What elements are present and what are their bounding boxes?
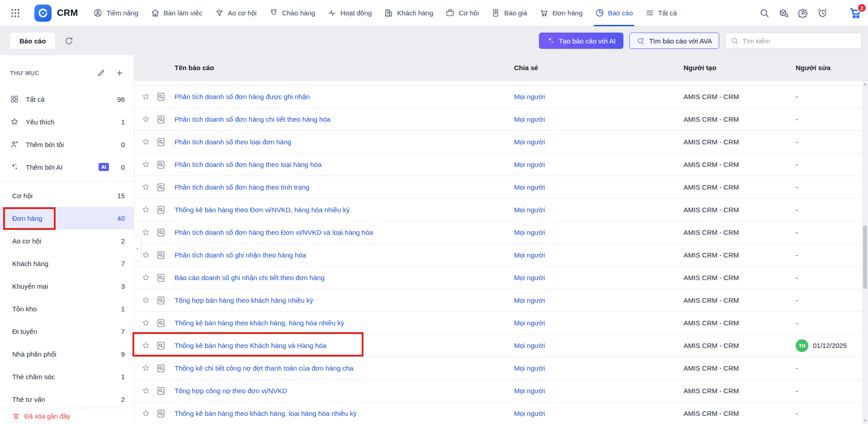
sidebar-item-yeu-thich[interactable]: Yêu thích1 bbox=[0, 110, 134, 133]
report-name-link[interactable]: Phân tích doanh số đơn hàng được ghi nhậ… bbox=[175, 86, 310, 108]
favorite-star-icon[interactable] bbox=[142, 183, 150, 191]
nav-item-ban-lam-viec[interactable]: Bàn làm việc bbox=[151, 0, 203, 26]
share-link[interactable]: Mọi người bbox=[514, 289, 545, 311]
nav-item-ao-co-hoi[interactable]: Ao cơ hội bbox=[215, 0, 257, 26]
nav-item-khach-hang[interactable]: Khách hàng bbox=[384, 0, 433, 26]
share-link[interactable]: Mọi người bbox=[514, 153, 545, 176]
report-name-link[interactable]: Thống kê bán hàng theo Khách hàng và Hàn… bbox=[175, 334, 326, 357]
preview-report-icon[interactable] bbox=[156, 386, 166, 396]
favorite-star-icon[interactable] bbox=[142, 92, 150, 101]
favorite-star-icon[interactable] bbox=[142, 205, 150, 214]
nav-item-don-hang[interactable]: Đơn hàng bbox=[539, 0, 583, 26]
create-report-ai-button[interactable]: Tạo báo cáo với AI bbox=[539, 33, 623, 49]
share-link[interactable]: Mọi người bbox=[514, 334, 545, 357]
report-name-link[interactable]: Phân tích doanh số đơn hàng theo tình tr… bbox=[175, 176, 309, 198]
nav-item-chao-hang[interactable]: Chào hàng bbox=[269, 0, 315, 26]
sidebar-folder-ton-kho[interactable]: Tồn kho1 bbox=[0, 297, 134, 320]
sidebar-item-them-boi-ai[interactable]: Thêm bởi AIAI0 bbox=[0, 156, 134, 178]
search-input[interactable] bbox=[742, 37, 856, 45]
nav-item-tiem-nang[interactable]: Tiềm năng bbox=[93, 0, 138, 26]
preview-report-icon[interactable] bbox=[156, 92, 166, 102]
share-link[interactable]: Mọi người bbox=[514, 312, 545, 334]
sidebar-item-them-boi-toi[interactable]: Thêm bởi tôi0 bbox=[0, 133, 134, 156]
preview-report-icon[interactable] bbox=[156, 228, 166, 238]
add-folder-icon[interactable] bbox=[115, 69, 124, 77]
app-launcher-icon[interactable] bbox=[10, 8, 21, 19]
preview-report-icon[interactable] bbox=[156, 363, 166, 373]
cube-search-icon[interactable] bbox=[778, 8, 789, 18]
preview-report-icon[interactable] bbox=[156, 160, 166, 170]
report-name-link[interactable]: Thống kê chi tiết công nợ đợt thanh toán… bbox=[175, 357, 354, 379]
favorite-star-icon[interactable] bbox=[142, 341, 150, 350]
share-link[interactable]: Mọi người bbox=[514, 176, 545, 198]
alarm-icon[interactable] bbox=[817, 8, 828, 18]
preview-report-icon[interactable] bbox=[156, 341, 166, 351]
favorite-star-icon[interactable] bbox=[142, 409, 150, 418]
preview-report-icon[interactable] bbox=[156, 409, 166, 419]
share-link[interactable]: Mọi người bbox=[514, 131, 545, 153]
crm-logo[interactable] bbox=[34, 5, 52, 22]
report-name-link[interactable]: Báo cáo doanh số ghi nhận chi tiết theo … bbox=[175, 267, 325, 289]
favorite-star-icon[interactable] bbox=[142, 364, 150, 372]
gear-icon[interactable] bbox=[798, 8, 808, 18]
favorite-star-icon[interactable] bbox=[142, 115, 150, 124]
preview-report-icon[interactable] bbox=[156, 295, 166, 305]
sidebar-folder-co-hoi[interactable]: Cơ hội15 bbox=[0, 184, 134, 207]
sidebar-folder-the-cham-soc[interactable]: Thẻ chăm sóc1 bbox=[0, 365, 134, 388]
share-link[interactable]: Mọi người bbox=[514, 402, 545, 424]
scroll-up-arrow[interactable]: ▲ bbox=[862, 82, 868, 86]
preview-report-icon[interactable] bbox=[156, 318, 166, 328]
preview-report-icon[interactable] bbox=[156, 273, 166, 283]
favorite-star-icon[interactable] bbox=[142, 273, 150, 282]
find-report-ava-button[interactable]: Tìm báo cáo với AVA bbox=[629, 33, 719, 49]
sidebar-folder-don-hang[interactable]: Đơn hàng40 bbox=[0, 207, 134, 229]
report-name-link[interactable]: Thống kê bán hàng theo Đơn vị/NVKD, hàng… bbox=[175, 199, 350, 221]
sidebar-folder-nha-phan-phoi[interactable]: Nhà phân phối9 bbox=[0, 343, 134, 365]
search-icon[interactable] bbox=[759, 8, 769, 18]
scroll-down-arrow[interactable]: ▼ bbox=[862, 419, 868, 423]
report-name-link[interactable]: Tổng hợp công nợ theo đơn vị/NVKD bbox=[175, 380, 287, 402]
sidebar-collapse-handle[interactable]: ‹ bbox=[134, 235, 142, 262]
report-name-link[interactable]: Phân tích doanh số theo loại đơn hàng bbox=[175, 131, 291, 153]
favorite-star-icon[interactable] bbox=[142, 251, 150, 259]
share-link[interactable]: Mọi người bbox=[514, 221, 545, 243]
sidebar-item-tat-ca[interactable]: Tất cả96 bbox=[0, 88, 134, 110]
share-link[interactable]: Mọi người bbox=[514, 199, 545, 221]
nav-item-bao-gia[interactable]: Báo giá bbox=[491, 0, 527, 26]
favorite-star-icon[interactable] bbox=[142, 228, 150, 237]
report-name-link[interactable]: Phân tích doanh số đơn hàng chi tiết the… bbox=[175, 108, 330, 130]
report-name-link[interactable]: Phân tích doanh số ghi nhận theo hàng hó… bbox=[175, 244, 306, 266]
preview-report-icon[interactable] bbox=[156, 205, 166, 215]
preview-report-icon[interactable] bbox=[156, 250, 166, 260]
share-link[interactable]: Mọi người bbox=[514, 86, 545, 108]
share-link[interactable]: Mọi người bbox=[514, 267, 545, 289]
nav-item-hoat-dong[interactable]: Hoạt động bbox=[327, 0, 372, 26]
favorite-star-icon[interactable] bbox=[142, 296, 150, 305]
refresh-icon[interactable] bbox=[64, 36, 74, 46]
favorite-star-icon[interactable] bbox=[142, 386, 150, 395]
nav-item-bao-cao[interactable]: Báo cáo bbox=[595, 0, 633, 26]
share-link[interactable]: Mọi người bbox=[514, 108, 545, 130]
report-name-link[interactable]: Tổng hợp bán hàng theo khách hàng nhiều … bbox=[175, 289, 313, 311]
nav-item-co-hoi[interactable]: Cơ hội bbox=[445, 0, 479, 26]
preview-report-icon[interactable] bbox=[156, 182, 166, 192]
nav-item-tat-ca[interactable]: Tất cả bbox=[645, 0, 677, 26]
favorite-star-icon[interactable] bbox=[142, 138, 150, 146]
report-name-link[interactable]: Phân tích doanh số đơn hàng theo loại hà… bbox=[175, 153, 321, 176]
edit-folders-icon[interactable] bbox=[97, 69, 105, 77]
preview-report-icon[interactable] bbox=[156, 137, 166, 147]
report-name-link[interactable]: Phân tích doanh số đơn hàng theo Đơn vị/… bbox=[175, 221, 373, 243]
favorite-star-icon[interactable] bbox=[142, 319, 150, 327]
preview-report-icon[interactable] bbox=[156, 114, 166, 124]
report-name-link[interactable]: Thống kê bán hàng theo khách hàng, hàng … bbox=[175, 312, 344, 334]
sidebar-folder-ao-co-hoi[interactable]: Ao cơ hội2 bbox=[0, 229, 134, 252]
store-cart-icon[interactable]: 2 bbox=[849, 6, 863, 20]
recently-deleted[interactable]: Đã xóa gần đây bbox=[0, 408, 133, 424]
share-link[interactable]: Mọi người bbox=[514, 244, 545, 266]
favorite-star-icon[interactable] bbox=[142, 160, 150, 169]
page-title-chip[interactable]: Báo cáo bbox=[10, 33, 55, 49]
sidebar-folder-khuyen-mai[interactable]: Khuyến mại3 bbox=[0, 275, 134, 297]
share-link[interactable]: Mọi người bbox=[514, 357, 545, 379]
sidebar-folder-the-tu-van[interactable]: Thẻ tư vấn2 bbox=[0, 388, 134, 410]
scrollbar-thumb[interactable] bbox=[863, 225, 867, 289]
